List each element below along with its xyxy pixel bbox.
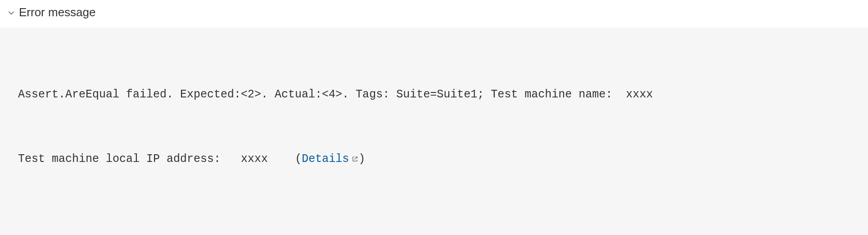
details-link[interactable]: Details bbox=[302, 148, 358, 170]
paren-open: ( bbox=[295, 152, 302, 166]
error-line-1-text: Assert.AreEqual failed. Expected:<2>. Ac… bbox=[18, 88, 626, 101]
error-message-box: Assert.AreEqual failed. Expected:<2>. Ac… bbox=[0, 28, 868, 235]
paren-close: ) bbox=[358, 152, 365, 166]
spacer bbox=[18, 212, 850, 234]
error-section-header[interactable]: Error message bbox=[0, 0, 868, 28]
popout-icon bbox=[352, 156, 358, 162]
machine-name-redacted: xxxx bbox=[626, 88, 653, 101]
section-title: Error message bbox=[19, 5, 96, 19]
ip-redacted: xxxx bbox=[241, 152, 268, 166]
error-line-2-text: Test machine local IP address: bbox=[18, 152, 241, 166]
details-link-label: Details bbox=[302, 148, 349, 170]
chevron-down-icon bbox=[7, 9, 15, 17]
error-line-2: Test machine local IP address: xxxx (Det… bbox=[18, 148, 850, 170]
error-line-1: Assert.AreEqual failed. Expected:<2>. Ac… bbox=[18, 84, 850, 106]
